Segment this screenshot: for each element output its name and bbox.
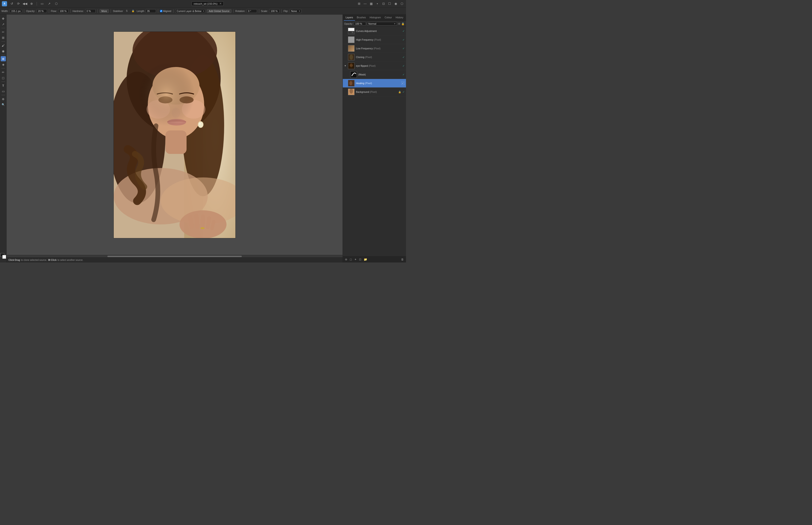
- layer-item-mask[interactable]: (Mask) ✓: [343, 70, 406, 79]
- canvas-horizontal-scrollbar[interactable]: [6, 255, 342, 257]
- opacity-input[interactable]: 100 %: [354, 22, 366, 26]
- arrange-icon[interactable]: ▪: [375, 1, 380, 6]
- paint-brush-tool[interactable]: 🖌: [1, 43, 6, 48]
- more-button[interactable]: More: [99, 9, 109, 13]
- move-tool[interactable]: ✥: [1, 16, 6, 21]
- layer-visible-cloning[interactable]: ✓: [402, 56, 404, 59]
- layer-visible-bg[interactable]: ✓: [402, 90, 404, 93]
- export-icon[interactable]: ⊡: [381, 1, 386, 6]
- folder-icon[interactable]: 📁: [363, 257, 368, 261]
- layer-item-low-freq[interactable]: Low Frequency (Pixel) ✓: [343, 44, 406, 53]
- zoom-tool[interactable]: ⊕: [1, 96, 6, 102]
- flow-label: Flow:: [51, 10, 57, 13]
- layer-item-eye-flipped[interactable]: ▼ eye flipped (Pixel) ✓: [343, 62, 406, 70]
- layer-item-high-freq[interactable]: High Frequency (Pixel) ✓: [343, 35, 406, 44]
- add-group-icon[interactable]: ◻: [349, 257, 353, 261]
- current-layer-dropdown[interactable]: Current Layer & Below ▼: [175, 9, 205, 13]
- file-title[interactable]: retouch_wt (150.0%) ✕: [191, 1, 224, 6]
- layer-settings-gear[interactable]: ⚙: [398, 22, 400, 25]
- panel-bottom: ⊕ ◻ ✦ ⊡ 📁 🗑: [343, 256, 406, 262]
- layer-info-eye: eye flipped (Pixel): [356, 64, 401, 67]
- layer-name-cloning: Cloning (Pixel): [356, 56, 401, 59]
- crop-tool[interactable]: ✂: [1, 29, 6, 34]
- scrollbar-thumb[interactable]: [107, 256, 242, 257]
- panel-icon[interactable]: ☐: [387, 1, 392, 6]
- select-tool[interactable]: ↗: [1, 21, 6, 27]
- layer-item-healing[interactable]: Healing (Pixel) ✓: [343, 79, 406, 88]
- add-mask-icon[interactable]: ⊡: [358, 257, 362, 261]
- svg-rect-34: [348, 37, 354, 43]
- length-value[interactable]: 35: [146, 9, 156, 13]
- fx-icon[interactable]: ✦: [354, 257, 357, 261]
- canvas-area[interactable]: [6, 15, 342, 255]
- background-color[interactable]: [2, 255, 6, 259]
- scale-label: Scale:: [261, 10, 268, 13]
- close-icon[interactable]: ✕: [219, 2, 221, 5]
- stabiliser-toggle[interactable]: S: [124, 9, 129, 13]
- right-panel: Layers Brushes Histogram Colour History …: [342, 15, 406, 262]
- tab-layers[interactable]: Layers: [344, 15, 355, 21]
- tab-brushes[interactable]: Brushes: [355, 15, 368, 21]
- add-global-source-button[interactable]: Add Global Source: [207, 9, 231, 13]
- hardness-value[interactable]: 0 %: [85, 9, 96, 13]
- aligned-checkbox[interactable]: Aligned: [160, 10, 171, 13]
- history-icon[interactable]: ◀◀: [22, 1, 27, 6]
- expand-eye[interactable]: ▼: [344, 65, 347, 67]
- layer-lock-bg[interactable]: 🔒: [398, 91, 401, 93]
- magnify-tool[interactable]: 🔍: [1, 102, 6, 107]
- layer-visible-eye[interactable]: ✓: [402, 64, 404, 68]
- text-tool[interactable]: T: [1, 83, 6, 88]
- layer-name-bg: Background (Pixel): [356, 90, 397, 93]
- move-tool-icon[interactable]: ↗: [47, 1, 51, 6]
- layer-item-curves[interactable]: Curves Adjustment ✓: [343, 27, 406, 35]
- flip-dropdown[interactable]: None ▼: [290, 9, 302, 13]
- status-bar: Click·Drag to clone selected source. ⌘·C…: [6, 257, 342, 262]
- width-value[interactable]: 155.1 px: [10, 9, 22, 13]
- eraser-tool[interactable]: ◻: [1, 75, 6, 80]
- pencil-tool[interactable]: ✏: [1, 70, 6, 75]
- layers-list[interactable]: Curves Adjustment ✓ High Frequency: [343, 27, 406, 256]
- delete-layer-icon[interactable]: 🗑: [400, 257, 404, 261]
- canvas-image[interactable]: [113, 31, 236, 238]
- layer-thumb-eye: [348, 62, 354, 69]
- tab-swatches[interactable]: Swatches: [405, 15, 406, 21]
- layer-selected-check-healing[interactable]: ✓: [401, 81, 404, 85]
- app-logo[interactable]: A: [2, 1, 7, 6]
- account-icon[interactable]: ⬡: [399, 1, 404, 6]
- grid-icon[interactable]: ⊞: [357, 1, 361, 6]
- crop-tool-icon[interactable]: ⬡: [54, 1, 59, 6]
- share-icon[interactable]: ⊕: [29, 1, 34, 6]
- guides-icon[interactable]: —: [363, 1, 367, 6]
- scale-value[interactable]: 100 %: [269, 9, 280, 13]
- layer-visible-lf[interactable]: ✓: [402, 47, 404, 50]
- layer-visible-curves[interactable]: ✓: [402, 30, 404, 33]
- clone-tool[interactable]: ◈: [1, 62, 6, 67]
- transform-tool[interactable]: ⊞: [1, 35, 6, 40]
- select-tool-icon[interactable]: ▭: [40, 1, 44, 6]
- color-icon[interactable]: ◉: [393, 1, 398, 6]
- layer-visible-mask[interactable]: ✓: [402, 73, 404, 76]
- tab-histogram[interactable]: Histogram: [368, 15, 383, 21]
- file-title-text: retouch_wt (150.0%): [194, 2, 218, 5]
- undo-icon[interactable]: ↺: [10, 1, 14, 6]
- layer-settings-lock[interactable]: 🔒: [401, 22, 404, 25]
- layer-item-background[interactable]: Background (Pixel) 🔒 ✓: [343, 88, 406, 96]
- view-icon[interactable]: ▦: [369, 1, 373, 6]
- layer-item-cloning[interactable]: Cloning (Pixel) ✓: [343, 53, 406, 62]
- layer-visible-hf[interactable]: ✓: [402, 38, 404, 41]
- fill-tool[interactable]: ◉: [1, 48, 6, 54]
- color-swatches[interactable]: [0, 253, 6, 259]
- healing-tool[interactable]: ⊕: [1, 56, 6, 61]
- redo-icon[interactable]: ⟳: [16, 1, 21, 6]
- tab-colour[interactable]: Colour: [383, 15, 394, 21]
- shape-tool[interactable]: ▭: [1, 89, 6, 94]
- add-layer-icon[interactable]: ⊕: [344, 257, 348, 261]
- rotation-value[interactable]: 0 °: [247, 9, 257, 13]
- tool-separator-6: [1, 95, 5, 95]
- opacity-label: Opacity:: [344, 22, 353, 25]
- tab-history[interactable]: History: [394, 15, 405, 21]
- blend-mode-dropdown[interactable]: Normal ▼: [367, 22, 397, 26]
- flow-value[interactable]: 100 %: [58, 9, 68, 13]
- stabiliser-lock[interactable]: 🔒: [131, 9, 135, 13]
- opacity-value[interactable]: 20 %: [37, 9, 47, 13]
